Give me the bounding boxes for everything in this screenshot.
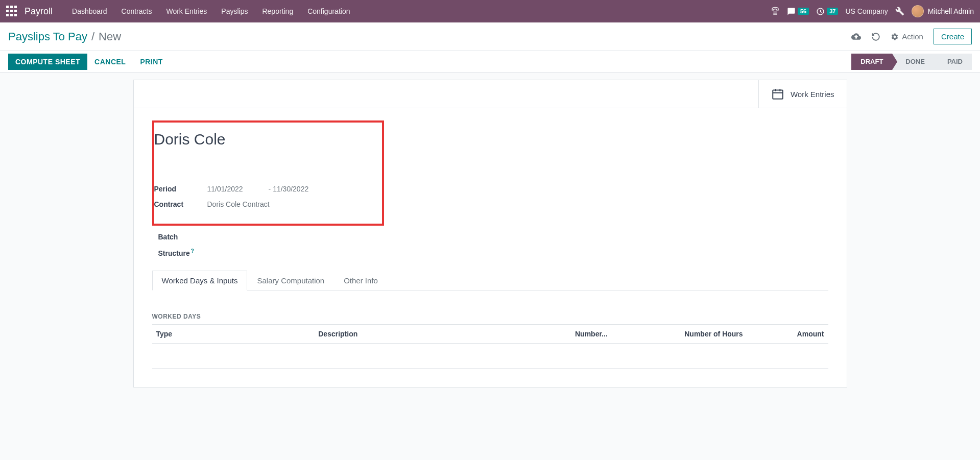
nav-payslips[interactable]: Payslips	[214, 0, 255, 22]
highlight-box: Doris Cole Period 11/01/2022 - 11/30/202…	[152, 120, 384, 226]
tools-icon[interactable]	[895, 7, 904, 16]
messages-button[interactable]: 56	[787, 7, 809, 16]
nav-configuration[interactable]: Configuration	[300, 0, 357, 22]
main-area: Work Entries Doris Cole Period 11/01/202…	[0, 72, 980, 388]
form-tabs: Worked Days & Inputs Salary Computation …	[152, 271, 828, 290]
breadcrumb-parent[interactable]: Payslips To Pay	[8, 30, 87, 43]
col-hours[interactable]: Number of Hours	[612, 324, 747, 343]
navbar-left: Payroll Dashboard Contracts Work Entries…	[6, 0, 357, 22]
navbar-right: 56 37 US Company Mitchell Admin	[771, 5, 974, 17]
tab-other-info[interactable]: Other Info	[334, 271, 388, 290]
col-description[interactable]: Description	[314, 324, 490, 343]
col-type[interactable]: Type	[152, 324, 315, 343]
create-button[interactable]: Create	[934, 29, 972, 44]
employee-name[interactable]: Doris Cole	[154, 131, 376, 148]
step-draft[interactable]: DRAFT	[851, 54, 892, 70]
period-values: 11/01/2022 - 11/30/2022	[207, 185, 309, 193]
col-number[interactable]: Number...	[490, 324, 611, 343]
compute-sheet-button[interactable]: COMPUTE SHEET	[8, 54, 87, 70]
company-selector[interactable]: US Company	[845, 7, 888, 15]
main-scroll[interactable]: Work Entries Doris Cole Period 11/01/202…	[0, 72, 980, 459]
worked-days-section-title: WORKED DAYS	[152, 313, 828, 320]
action-dropdown[interactable]: Action	[891, 32, 923, 41]
structure-label: Structure?	[152, 248, 211, 257]
period-to[interactable]: - 11/30/2022	[269, 185, 309, 193]
app-brand: Payroll	[25, 6, 53, 17]
user-name: Mitchell Admin	[928, 7, 974, 15]
period-label: Period	[154, 185, 207, 193]
breadcrumb-current: New	[99, 30, 121, 43]
status-bar: COMPUTE SHEET CANCEL PRINT DRAFT DONE PA…	[0, 51, 980, 72]
clock-icon	[816, 7, 825, 16]
work-entries-smart-button[interactable]: Work Entries	[758, 80, 847, 108]
activities-badge: 37	[827, 8, 838, 15]
cloud-upload-icon[interactable]	[851, 32, 861, 41]
discard-icon[interactable]	[871, 32, 880, 41]
field-period: Period 11/01/2022 - 11/30/2022	[154, 185, 376, 193]
field-batch: Batch	[152, 233, 828, 241]
nav-reporting[interactable]: Reporting	[255, 0, 300, 22]
smart-buttons-row: Work Entries	[134, 80, 847, 108]
nav-contracts[interactable]: Contracts	[114, 0, 159, 22]
col-amount[interactable]: Amount	[747, 324, 828, 343]
breadcrumb-separator: /	[91, 30, 94, 43]
top-navbar: Payroll Dashboard Contracts Work Entries…	[0, 0, 980, 22]
contract-value[interactable]: Doris Cole Contract	[207, 200, 270, 208]
svg-rect-4	[773, 90, 783, 99]
tab-salary-computation[interactable]: Salary Computation	[247, 271, 334, 290]
help-icon[interactable]: ?	[191, 248, 194, 254]
nav-work-entries[interactable]: Work Entries	[159, 0, 214, 22]
field-contract: Contract Doris Cole Contract	[154, 200, 376, 208]
gear-icon	[891, 33, 899, 41]
table-row-empty[interactable]	[152, 343, 828, 368]
action-label: Action	[902, 32, 923, 41]
cancel-button[interactable]: CANCEL	[87, 54, 133, 70]
field-structure: Structure?	[152, 248, 828, 257]
activities-button[interactable]: 37	[816, 7, 838, 16]
worked-days-table: Type Description Number... Number of Hou…	[152, 324, 828, 369]
period-from[interactable]: 11/01/2022	[207, 185, 243, 193]
tab-worked-days[interactable]: Worked Days & Inputs	[152, 271, 248, 290]
batch-label: Batch	[152, 233, 211, 241]
messages-badge: 56	[798, 8, 809, 15]
work-entries-label: Work Entries	[791, 90, 834, 99]
chat-icon	[787, 7, 796, 16]
user-avatar	[912, 5, 924, 17]
status-steps: DRAFT DONE PAID	[851, 54, 972, 70]
control-actions: Action Create	[851, 29, 972, 44]
control-bar: Payslips To Pay / New Action Create	[0, 22, 980, 51]
form-body: Doris Cole Period 11/01/2022 - 11/30/202…	[134, 108, 847, 387]
step-done[interactable]: DONE	[892, 54, 934, 70]
step-paid[interactable]: PAID	[934, 54, 972, 70]
nav-dashboard[interactable]: Dashboard	[65, 0, 114, 22]
print-button[interactable]: PRINT	[133, 54, 170, 70]
apps-icon[interactable]	[6, 6, 17, 17]
contract-label: Contract	[154, 200, 207, 208]
breadcrumb: Payslips To Pay / New	[8, 30, 121, 43]
phone-icon[interactable]	[771, 7, 780, 16]
calendar-icon	[771, 87, 784, 101]
user-menu[interactable]: Mitchell Admin	[912, 5, 974, 17]
form-sheet: Work Entries Doris Cole Period 11/01/202…	[133, 80, 847, 388]
